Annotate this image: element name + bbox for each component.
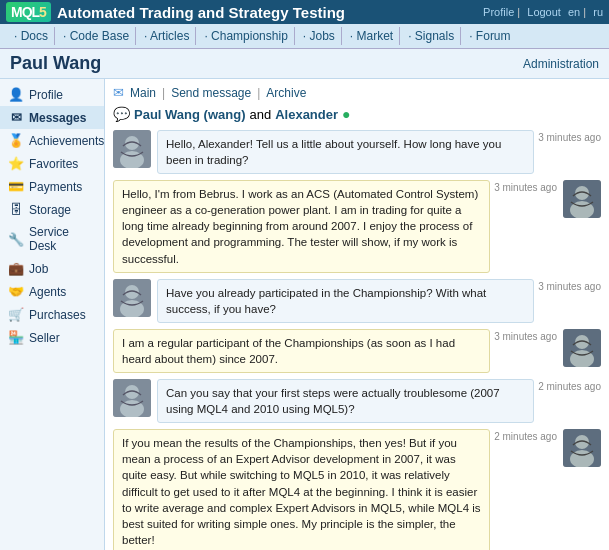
bubble-time-5: 2 minutes ago If you mean the results of… bbox=[113, 429, 557, 550]
sidebar-item-job[interactable]: 💼 Job bbox=[0, 257, 104, 280]
achievements-icon: 🏅 bbox=[8, 133, 24, 148]
message-time-1: 3 minutes ago bbox=[494, 182, 557, 193]
avatar-5 bbox=[563, 429, 601, 467]
avatar-1 bbox=[563, 180, 601, 218]
nav-bar: · Docs · Code Base · Articles · Champion… bbox=[0, 24, 609, 49]
bubble-time-4: Can you say that your first steps were a… bbox=[157, 379, 601, 423]
content-area: ✉ Main | Send message | Archive 💬 Paul W… bbox=[105, 79, 609, 550]
message-row-5: 2 minutes ago If you mean the results of… bbox=[113, 429, 601, 550]
nav-forum[interactable]: · Forum bbox=[463, 27, 516, 45]
sidebar-label-favorites: Favorites bbox=[29, 157, 78, 171]
message-time-4: 2 minutes ago bbox=[538, 381, 601, 392]
message-row-3: 3 minutes ago I am a regular participant… bbox=[113, 329, 601, 373]
nav-signals[interactable]: · Signals bbox=[402, 27, 461, 45]
nav-jobs[interactable]: · Jobs bbox=[297, 27, 342, 45]
logo-area: MQL5 Automated Trading and Strategy Test… bbox=[6, 2, 345, 22]
profile-icon: 👤 bbox=[8, 87, 24, 102]
message-bubble-5: If you mean the results of the Champions… bbox=[113, 429, 490, 550]
chat-and: and bbox=[249, 107, 271, 122]
sidebar-label-profile: Profile bbox=[29, 88, 63, 102]
lang-en[interactable]: en bbox=[568, 6, 580, 18]
message-row-2: Have you already participated in the Cha… bbox=[113, 279, 601, 323]
sidebar-label-job: Job bbox=[29, 262, 48, 276]
purchases-icon: 🛒 bbox=[8, 307, 24, 322]
message-text-5: If you mean the results of the Champions… bbox=[122, 437, 481, 546]
profile-link[interactable]: Profile bbox=[483, 6, 514, 18]
message-bubble-0: Hello, Alexander! Tell us a little about… bbox=[157, 130, 534, 174]
messages-list: Hello, Alexander! Tell us a little about… bbox=[113, 130, 601, 550]
nav-articles[interactable]: · Articles bbox=[138, 27, 196, 45]
sidebar-item-payments[interactable]: 💳 Payments bbox=[0, 175, 104, 198]
envelope-icon: ✉ bbox=[113, 85, 124, 100]
sidebar-item-agents[interactable]: 🤝 Agents bbox=[0, 280, 104, 303]
sidebar-label-payments: Payments bbox=[29, 180, 82, 194]
agents-icon: 🤝 bbox=[8, 284, 24, 299]
sidebar-label-servicedesk: Service Desk bbox=[29, 225, 96, 253]
message-time-3: 3 minutes ago bbox=[494, 331, 557, 342]
sidebar-item-seller[interactable]: 🏪 Seller bbox=[0, 326, 104, 349]
bubble-time-0: Hello, Alexander! Tell us a little about… bbox=[157, 130, 601, 174]
message-time-0: 3 minutes ago bbox=[538, 132, 601, 143]
storage-icon: 🗄 bbox=[8, 202, 24, 217]
bubble-time-2: Have you already participated in the Cha… bbox=[157, 279, 601, 323]
seller-icon: 🏪 bbox=[8, 330, 24, 345]
avatar-4 bbox=[113, 379, 151, 417]
message-row-4: Can you say that your first steps were a… bbox=[113, 379, 601, 423]
message-bubble-4: Can you say that your first steps were a… bbox=[157, 379, 534, 423]
chat-user2-link[interactable]: Alexander bbox=[275, 107, 338, 122]
message-bubble-1: Hello, I'm from Bebrus. I work as an ACS… bbox=[113, 180, 490, 272]
sidebar-item-profile[interactable]: 👤 Profile bbox=[0, 83, 104, 106]
tab-archive[interactable]: Archive bbox=[266, 86, 306, 100]
avatar-0 bbox=[113, 130, 151, 168]
page-title: Paul Wang bbox=[10, 53, 101, 74]
chat-header: 💬 Paul Wang (wang) and Alexander ● bbox=[113, 106, 601, 122]
mql5-logo: MQL5 bbox=[6, 2, 51, 22]
bubble-time-1: 3 minutes ago Hello, I'm from Bebrus. I … bbox=[113, 180, 557, 272]
sidebar-label-seller: Seller bbox=[29, 331, 60, 345]
main-layout: 👤 Profile ✉ Messages 🏅 Achievements ⭐ Fa… bbox=[0, 79, 609, 550]
nav-codebase[interactable]: · Code Base bbox=[57, 27, 136, 45]
message-text-3: I am a regular participant of the Champi… bbox=[122, 337, 455, 365]
sidebar-item-messages[interactable]: ✉ Messages bbox=[0, 106, 104, 129]
message-bubble-3: I am a regular participant of the Champi… bbox=[113, 329, 490, 373]
sidebar-label-achievements: Achievements bbox=[29, 134, 104, 148]
message-time-2: 3 minutes ago bbox=[538, 281, 601, 292]
chat-user1-link[interactable]: Paul Wang (wang) bbox=[134, 107, 245, 122]
sidebar-item-favorites[interactable]: ⭐ Favorites bbox=[0, 152, 104, 175]
nav-docs[interactable]: · Docs bbox=[8, 27, 55, 45]
message-time-5: 2 minutes ago bbox=[494, 431, 557, 442]
servicedesk-icon: 🔧 bbox=[8, 232, 24, 247]
sidebar-item-servicedesk[interactable]: 🔧 Service Desk bbox=[0, 221, 104, 257]
site-title: Automated Trading and Strategy Testing bbox=[57, 4, 345, 21]
message-row-0: Hello, Alexander! Tell us a little about… bbox=[113, 130, 601, 174]
message-row-1: 3 minutes ago Hello, I'm from Bebrus. I … bbox=[113, 180, 601, 272]
online-indicator: ● bbox=[342, 106, 350, 122]
sidebar-item-achievements[interactable]: 🏅 Achievements bbox=[0, 129, 104, 152]
sidebar-item-storage[interactable]: 🗄 Storage bbox=[0, 198, 104, 221]
lang-ru[interactable]: ru bbox=[593, 6, 603, 18]
user-header: Paul Wang Administration bbox=[0, 49, 609, 79]
message-text-2: Have you already participated in the Cha… bbox=[166, 287, 486, 315]
sidebar-label-storage: Storage bbox=[29, 203, 71, 217]
tab-main[interactable]: Main bbox=[130, 86, 156, 100]
message-text-0: Hello, Alexander! Tell us a little about… bbox=[166, 138, 501, 166]
message-text-1: Hello, I'm from Bebrus. I work as an ACS… bbox=[122, 188, 478, 264]
favorites-icon: ⭐ bbox=[8, 156, 24, 171]
top-links: Profile | Logout en | ru bbox=[479, 6, 603, 18]
nav-market[interactable]: · Market bbox=[344, 27, 400, 45]
message-text-4: Can you say that your first steps were a… bbox=[166, 387, 500, 415]
sidebar: 👤 Profile ✉ Messages 🏅 Achievements ⭐ Fa… bbox=[0, 79, 105, 550]
avatar-3 bbox=[563, 329, 601, 367]
sidebar-label-purchases: Purchases bbox=[29, 308, 86, 322]
administration-link[interactable]: Administration bbox=[523, 57, 599, 71]
sep2: | bbox=[257, 86, 260, 100]
avatar-2 bbox=[113, 279, 151, 317]
top-bar: MQL5 Automated Trading and Strategy Test… bbox=[0, 0, 609, 24]
tab-send-message[interactable]: Send message bbox=[171, 86, 251, 100]
job-icon: 💼 bbox=[8, 261, 24, 276]
sidebar-item-purchases[interactable]: 🛒 Purchases bbox=[0, 303, 104, 326]
chat-bubble-icon: 💬 bbox=[113, 106, 130, 122]
logout-link[interactable]: Logout bbox=[527, 6, 561, 18]
sep1: | bbox=[162, 86, 165, 100]
nav-championship[interactable]: · Championship bbox=[198, 27, 294, 45]
